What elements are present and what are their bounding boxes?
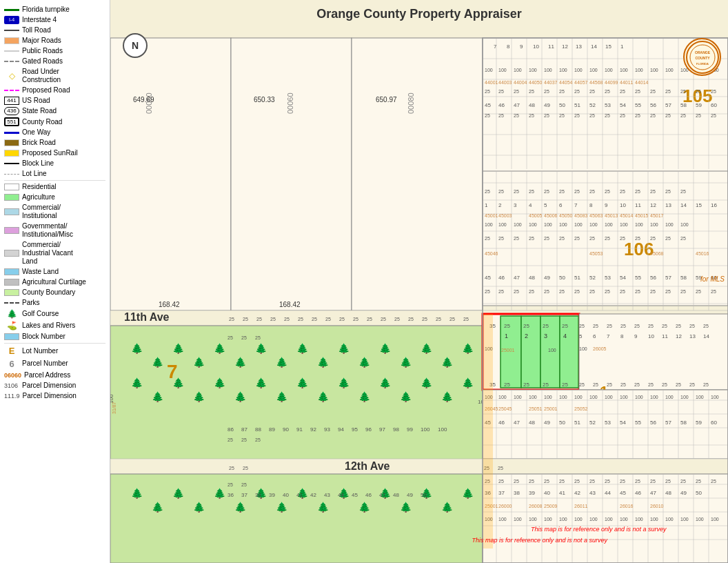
svg-text:25: 25 xyxy=(529,236,534,241)
svg-text:49: 49 xyxy=(407,492,413,498)
svg-text:47: 47 xyxy=(650,490,656,496)
svg-rect-8 xyxy=(352,38,483,310)
svg-text:11: 11 xyxy=(548,43,554,50)
svg-text:12: 12 xyxy=(562,43,568,50)
svg-text:25: 25 xyxy=(543,382,549,388)
legend-item-golf-course: ⛳ Lakes and Rivers xyxy=(4,321,105,330)
svg-text:53: 53 xyxy=(605,102,611,108)
svg-text:60: 60 xyxy=(711,419,717,426)
svg-text:44099: 44099 xyxy=(605,80,618,85)
svg-text:43: 43 xyxy=(589,490,596,496)
svg-text:25: 25 xyxy=(650,289,656,294)
svg-text:25: 25 xyxy=(544,189,549,194)
svg-text:100: 100 xyxy=(665,68,674,72)
svg-text:38: 38 xyxy=(514,490,520,496)
svg-text:🌲: 🌲 xyxy=(358,502,371,513)
svg-text:25: 25 xyxy=(689,324,695,328)
svg-text:55: 55 xyxy=(635,102,641,108)
svg-text:25: 25 xyxy=(228,437,233,442)
legend-item-waste-land: Agricultural Curtilage xyxy=(4,278,105,286)
svg-text:44004: 44004 xyxy=(514,80,527,85)
svg-text:44050: 44050 xyxy=(529,80,543,85)
svg-text:45001: 45001 xyxy=(485,213,498,218)
legend-item-one-way: → One Way xyxy=(4,128,105,137)
svg-text:100: 100 xyxy=(574,395,583,399)
map-title: Orange County Property Appraiser xyxy=(316,7,521,21)
svg-text:49: 49 xyxy=(544,102,550,108)
legend-label: Proposed Road xyxy=(22,86,70,95)
legend-item-commercial-industrial: Commercial/Industrial VacantLand xyxy=(4,241,105,266)
svg-text:25: 25 xyxy=(504,323,510,329)
svg-text:59: 59 xyxy=(696,102,702,108)
svg-text:25: 25 xyxy=(635,479,640,484)
svg-text:89: 89 xyxy=(269,426,275,433)
svg-text:100: 100 xyxy=(559,68,567,72)
svg-text:90: 90 xyxy=(283,426,289,433)
svg-text:25: 25 xyxy=(255,335,261,340)
legend-item-commercial: Commercial/Institutional xyxy=(4,204,105,220)
svg-text:46: 46 xyxy=(498,419,505,426)
svg-text:25: 25 xyxy=(367,317,372,322)
svg-rect-7 xyxy=(231,38,352,310)
svg-text:25: 25 xyxy=(498,89,504,94)
legend-label: Parcel Dimension xyxy=(23,392,77,400)
svg-text:100: 100 xyxy=(680,395,689,399)
svg-text:100: 100 xyxy=(635,517,643,522)
svg-text:48: 48 xyxy=(529,102,535,108)
svg-text:100: 100 xyxy=(665,517,674,522)
svg-text:100: 100 xyxy=(605,222,613,227)
svg-text:9: 9 xyxy=(605,202,608,208)
svg-text:45003: 45003 xyxy=(498,213,512,218)
svg-text:25001: 25001 xyxy=(501,348,515,353)
legend-label: Agriculture xyxy=(22,193,55,201)
commercial-industrial-icon xyxy=(4,250,19,257)
legend-label: Toll Road xyxy=(22,26,51,34)
divider2 xyxy=(4,343,105,344)
svg-text:🌲: 🌲 xyxy=(296,343,309,355)
svg-text:🌲: 🌲 xyxy=(462,488,474,500)
svg-text:100: 100 xyxy=(620,395,628,399)
svg-text:7: 7 xyxy=(607,333,610,339)
svg-text:55: 55 xyxy=(635,419,641,426)
svg-text:25: 25 xyxy=(662,324,667,328)
svg-text:44014: 44014 xyxy=(635,80,649,85)
svg-text:🌲: 🌲 xyxy=(172,488,185,500)
svg-text:25: 25 xyxy=(574,89,580,94)
svg-text:100: 100 xyxy=(696,517,704,522)
svg-rect-455 xyxy=(110,459,728,474)
road-construction-icon: ◇ xyxy=(4,71,19,81)
divider xyxy=(4,180,105,181)
svg-text:45063: 45063 xyxy=(589,213,603,218)
svg-text:🌲: 🌲 xyxy=(152,391,164,403)
svg-text:94: 94 xyxy=(338,426,344,433)
svg-text:40: 40 xyxy=(283,492,289,498)
svg-text:100: 100 xyxy=(485,68,493,72)
svg-text:13: 13 xyxy=(665,202,671,208)
legend-label: Commercial/Industrial VacantLand xyxy=(22,241,73,266)
svg-text:106: 106 xyxy=(624,239,654,259)
legend-label: County Road xyxy=(22,118,62,126)
svg-text:4: 4 xyxy=(563,333,567,339)
agricultural-curtilage-icon xyxy=(4,289,19,296)
svg-text:25: 25 xyxy=(593,324,598,328)
legend-item-sunrail: Proposed SunRail xyxy=(4,149,105,157)
svg-text:12: 12 xyxy=(676,333,682,339)
svg-text:52: 52 xyxy=(589,275,596,281)
legend-label: Parks xyxy=(22,299,40,307)
svg-text:25: 25 xyxy=(635,113,640,118)
legend-label: One Way xyxy=(22,128,50,137)
svg-text:25: 25 xyxy=(498,113,504,118)
svg-text:25: 25 xyxy=(579,382,585,387)
svg-text:25: 25 xyxy=(485,189,490,194)
svg-text:86: 86 xyxy=(228,426,234,433)
svg-text:25: 25 xyxy=(620,236,625,241)
svg-text:25: 25 xyxy=(325,317,331,322)
brick-road-icon xyxy=(4,139,19,146)
interstate-icon: I-4 xyxy=(4,16,19,24)
svg-text:100: 100 xyxy=(650,395,658,399)
svg-text:🌲: 🌲 xyxy=(379,343,392,355)
svg-text:100: 100 xyxy=(605,517,613,522)
svg-text:100: 100 xyxy=(514,222,522,227)
svg-text:25: 25 xyxy=(523,382,529,388)
svg-text:25: 25 xyxy=(562,323,568,329)
